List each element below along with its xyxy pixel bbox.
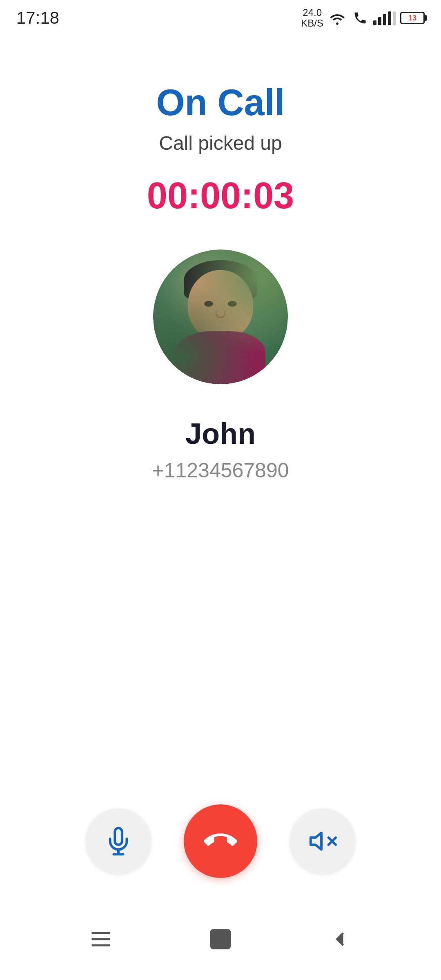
end-call-button[interactable] xyxy=(184,804,257,878)
status-bar: 17:18 24.0KB/S 13 xyxy=(0,0,441,33)
nav-back-button[interactable] xyxy=(328,927,352,951)
avatar-body xyxy=(176,331,265,384)
nav-home-button[interactable] xyxy=(208,927,233,951)
svg-rect-0 xyxy=(373,20,376,25)
svg-rect-2 xyxy=(383,14,386,25)
contact-name: John xyxy=(185,417,256,450)
contact-number: +11234567890 xyxy=(152,459,289,482)
signal-bars-icon xyxy=(373,11,396,25)
battery-icon: 13 xyxy=(400,12,425,24)
call-timer: 00:00:03 xyxy=(147,175,294,217)
nav-menu-button[interactable] xyxy=(89,927,113,951)
wifi-icon xyxy=(327,11,347,25)
status-time: 17:18 xyxy=(16,8,59,28)
status-icons: 24.0KB/S 13 xyxy=(301,7,425,29)
avatar xyxy=(153,249,288,384)
on-call-title: On Call xyxy=(156,82,285,124)
action-buttons xyxy=(0,804,441,878)
speaker-button[interactable] xyxy=(290,808,355,874)
call-screen: On Call Call picked up 00:00:03 John +11… xyxy=(0,33,441,482)
call-status-text: Call picked up xyxy=(159,132,282,154)
svg-rect-3 xyxy=(388,11,391,25)
svg-marker-7 xyxy=(311,833,321,850)
avatar-image xyxy=(153,249,288,384)
call-indicator-icon xyxy=(351,11,369,25)
svg-rect-4 xyxy=(393,11,396,25)
navigation-bar xyxy=(0,898,441,980)
svg-rect-13 xyxy=(211,930,229,949)
svg-rect-1 xyxy=(378,17,381,25)
data-speed-indicator: 24.0KB/S xyxy=(301,7,323,29)
mute-button[interactable] xyxy=(86,808,151,874)
